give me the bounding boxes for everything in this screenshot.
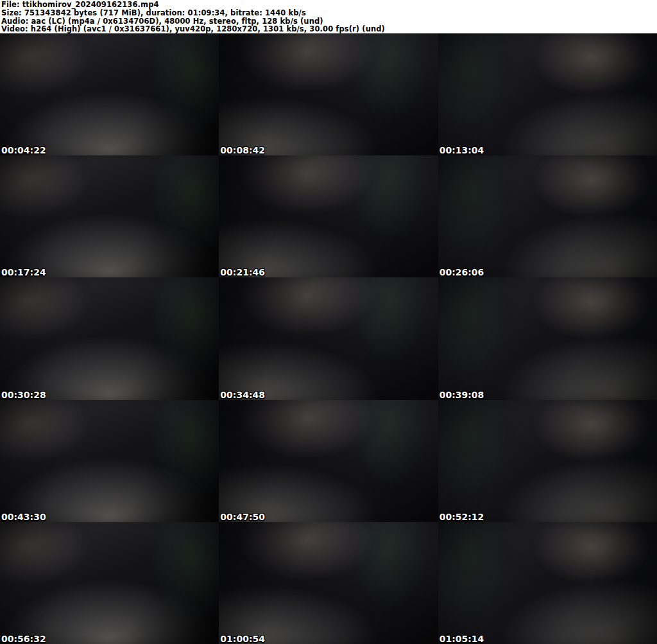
timestamp-label: 00:08:42 — [220, 145, 265, 155]
timestamp-label: 01:00:54 — [220, 634, 265, 644]
video-thumbnail: 01:00:54 — [219, 522, 438, 644]
video-frame-placeholder — [438, 400, 657, 522]
video-frame-placeholder — [438, 155, 657, 277]
timestamp-label: 00:56:32 — [1, 634, 46, 644]
timestamp-label: 00:47:50 — [220, 512, 265, 522]
video-thumbnail: 00:13:04 — [438, 33, 657, 155]
video-thumbnail: 00:26:06 — [438, 155, 657, 277]
video-thumbnail: 00:56:32 — [0, 522, 219, 644]
timestamp-label: 00:30:28 — [1, 390, 46, 400]
file-name-line: File: ttikhomirov_202409162136.mp4 — [1, 1, 657, 9]
timestamp-label: 00:43:30 — [1, 512, 46, 522]
timestamp-label: 00:04:22 — [1, 145, 46, 155]
video-frame-placeholder — [0, 33, 219, 155]
video-frame-placeholder — [219, 400, 438, 522]
video-thumbnail: 00:21:46 — [219, 155, 438, 277]
video-frame-placeholder — [438, 277, 657, 399]
video-frame-placeholder — [438, 33, 657, 155]
video-frame-placeholder — [0, 400, 219, 522]
video-thumbnail: 00:39:08 — [438, 277, 657, 399]
video-frame-placeholder — [0, 155, 219, 277]
video-frame-placeholder — [0, 277, 219, 399]
timestamp-label: 00:52:12 — [439, 512, 484, 522]
video-frame-placeholder — [219, 33, 438, 155]
video-frame-placeholder — [219, 277, 438, 399]
video-thumbnail: 00:34:48 — [219, 277, 438, 399]
timestamp-label: 00:17:24 — [1, 267, 46, 277]
video-thumbnail: 00:17:24 — [0, 155, 219, 277]
video-thumbnail: 00:47:50 — [219, 400, 438, 522]
video-frame-placeholder — [219, 155, 438, 277]
video-thumbnail: 00:30:28 — [0, 277, 219, 399]
video-thumbnail: 00:04:22 — [0, 33, 219, 155]
video-info-line: Video: h264 (High) (avc1 / 0x31637661), … — [1, 25, 657, 33]
video-frame-placeholder — [0, 522, 219, 644]
timestamp-label: 01:05:14 — [439, 634, 484, 644]
video-thumbnail: 01:05:14 — [438, 522, 657, 644]
timestamp-label: 00:21:46 — [220, 267, 265, 277]
timestamp-label: 00:39:08 — [439, 390, 484, 400]
timestamp-label: 00:13:04 — [439, 145, 484, 155]
video-thumbnail: 00:08:42 — [219, 33, 438, 155]
video-frame-placeholder — [219, 522, 438, 644]
video-frame-placeholder — [438, 522, 657, 644]
video-thumbnail: 00:43:30 — [0, 400, 219, 522]
thumbnail-grid: 00:04:22 00:08:42 00:13:04 00:17:24 00:2… — [0, 33, 657, 644]
timestamp-label: 00:26:06 — [439, 267, 484, 277]
timestamp-label: 00:34:48 — [220, 390, 265, 400]
video-metadata-header: File: ttikhomirov_202409162136.mp4 Size:… — [0, 0, 657, 33]
file-size-line: Size: 751343842 bytes (717 MiB), duratio… — [1, 9, 657, 17]
video-thumbnail: 00:52:12 — [438, 400, 657, 522]
